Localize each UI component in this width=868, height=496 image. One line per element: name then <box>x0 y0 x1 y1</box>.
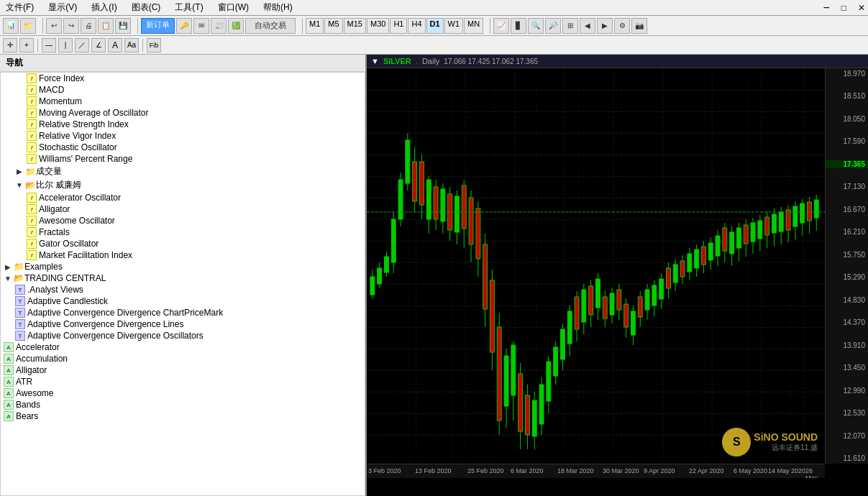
menu-help[interactable]: 帮助(H) <box>260 0 296 15</box>
tree-item-awesome-root[interactable]: A Awesome <box>1 387 365 399</box>
tree-item-market-fac[interactable]: f Market Facilitation Index <box>1 249 365 261</box>
fib-button[interactable]: Fib <box>147 38 161 52</box>
svg-rect-149 <box>793 206 798 226</box>
text-button[interactable]: A <box>108 38 122 52</box>
tree-item-label: MACD <box>39 85 64 95</box>
scroll-left-button[interactable]: ◀ <box>580 18 595 34</box>
hline-button[interactable]: — <box>42 38 56 52</box>
crosshair-button[interactable]: + <box>19 38 34 52</box>
news-button[interactable]: 📰 <box>211 18 227 34</box>
redo-button[interactable]: ↪ <box>63 18 79 34</box>
tree-item-adaptive-candlestick[interactable]: T Adaptive Candlestick <box>1 295 365 307</box>
indicator-icon: f <box>27 131 37 141</box>
svg-rect-145 <box>779 212 783 231</box>
tf-h1[interactable]: H1 <box>390 18 407 34</box>
angle-button[interactable]: ∠ <box>91 38 106 52</box>
tree-folder-trading-central[interactable]: ▼ 📂 TRADING CENTRAL <box>1 272 365 284</box>
tree-folder-examples[interactable]: ▶ 📁 Examples <box>1 261 365 272</box>
tree-item-mao[interactable]: f Moving Average of Oscillator <box>1 107 365 119</box>
close-button[interactable]: ✕ <box>858 3 865 13</box>
price-14370: 14.370 <box>826 318 868 326</box>
bar-chart-button[interactable]: ▊ <box>511 18 526 34</box>
menu-tools[interactable]: 工具(T) <box>172 0 206 15</box>
tf-m30[interactable]: M30 <box>367 18 389 34</box>
tree-item-momentum[interactable]: f Momentum <box>1 96 365 107</box>
chart-canvas[interactable]: 18.970 18.510 18.050 17.590 17.365 17.13… <box>367 68 868 478</box>
print-button[interactable]: 🖨 <box>81 18 96 34</box>
time-label-3: 6 Mar 2020 <box>511 467 544 474</box>
indicator-tree[interactable]: f Force Index f MACD f Momentum f Moving… <box>0 72 365 496</box>
email-button[interactable]: ✉ <box>193 18 209 34</box>
minimize-button[interactable]: − <box>823 1 829 14</box>
tree-item-bears-root[interactable]: A Bears <box>1 410 365 422</box>
tree-folder-billwilliams[interactable]: ▼ 📂 比尔 威廉姆 <box>1 178 365 192</box>
root-icon: A <box>4 365 14 375</box>
time-label-2: 25 Feb 2020 <box>467 467 504 474</box>
label-button[interactable]: Aa <box>124 38 139 52</box>
tf-m1[interactable]: M1 <box>306 18 324 34</box>
save-button[interactable]: 💾 <box>115 18 131 34</box>
chart-area[interactable]: ▼ SILVER . Daily 17.066 17.425 17.062 17… <box>367 55 868 496</box>
menu-view[interactable]: 显示(V) <box>45 0 80 15</box>
copy-button[interactable]: 📋 <box>98 18 114 34</box>
trend-button[interactable]: ／ <box>75 38 89 52</box>
scroll-right-button[interactable]: ▶ <box>597 18 613 34</box>
open-button[interactable]: 📁 <box>20 18 36 34</box>
menu-window[interactable]: 窗口(W) <box>215 0 252 15</box>
screenshot-button[interactable]: 📷 <box>631 18 647 34</box>
tree-item-alligator[interactable]: f Alligator <box>1 203 365 215</box>
tree-item-rvi[interactable]: f Relative Vigor Index <box>1 130 365 142</box>
options-button[interactable]: ⚙ <box>614 18 630 34</box>
tree-item-williams[interactable]: f Williams' Percent Range <box>1 153 365 165</box>
expand-icon: ▶ <box>4 262 12 271</box>
tree-item-acd-lines[interactable]: T Adaptive Convergence Divergence Lines <box>1 318 365 330</box>
tf-d1[interactable]: D1 <box>426 18 444 34</box>
svg-rect-109 <box>652 285 657 306</box>
zoom-in-button[interactable]: 🔍 <box>528 18 544 34</box>
line-chart-button[interactable]: 📈 <box>493 18 509 34</box>
tree-item-fractals[interactable]: f Fractals <box>1 226 365 238</box>
market-button[interactable]: 💹 <box>228 18 244 34</box>
tree-folder-volume[interactable]: ▶ 📁 成交量 <box>1 165 365 178</box>
grid-button[interactable]: ⊞ <box>562 18 578 34</box>
indicator-icon: f <box>27 204 37 214</box>
tf-m15[interactable]: M15 <box>344 18 366 34</box>
tree-item-awesome-osc[interactable]: f Awesome Oscillator <box>1 215 365 226</box>
buy-button[interactable]: 🔑 <box>176 18 192 34</box>
tree-item-bands-root[interactable]: A Bands <box>1 399 365 410</box>
tf-mn[interactable]: MN <box>464 18 483 34</box>
tf-h4[interactable]: H4 <box>408 18 425 34</box>
tree-item-stochastic[interactable]: f Stochastic Oscillator <box>1 142 365 153</box>
tree-item-acd-oscillators[interactable]: T Adaptive Convergence Divergence Oscill… <box>1 330 365 341</box>
menu-chart[interactable]: 图表(C) <box>129 0 164 15</box>
zoom-out-button[interactable]: 🔎 <box>545 18 561 34</box>
svg-rect-81 <box>554 347 558 376</box>
cursor-button[interactable]: ✛ <box>3 38 17 52</box>
root-icon: A <box>4 400 14 410</box>
tree-item-atr-root[interactable]: A ATR <box>1 376 365 387</box>
new-order-button[interactable]: 新订单 <box>141 18 175 34</box>
tree-item-label: Adaptive Convergence Divergence Oscillat… <box>27 331 204 341</box>
vline-button[interactable]: | <box>58 38 73 52</box>
tree-item-macd[interactable]: f MACD <box>1 84 365 96</box>
tree-item-alligator-root[interactable]: A Alligator <box>1 364 365 376</box>
menu-insert[interactable]: 插入(I) <box>88 0 119 15</box>
tree-item-acd-chartpricemark[interactable]: T Adaptive Convergence Divergence ChartP… <box>1 307 365 318</box>
menu-file[interactable]: 文件(F) <box>3 0 37 15</box>
price-12070: 12.070 <box>826 432 868 440</box>
tree-item-accelerator-root[interactable]: A Accelerator <box>1 341 365 353</box>
price-axis: 18.970 18.510 18.050 17.590 17.365 17.13… <box>825 68 868 464</box>
auto-trade-btn[interactable]: 自动交易 <box>245 18 296 34</box>
tree-item-analyst-views[interactable]: T .Analyst Views <box>1 284 365 295</box>
tf-m5[interactable]: M5 <box>324 18 342 34</box>
tree-item-acc-osc[interactable]: f Accelerator Oscillator <box>1 192 365 203</box>
svg-rect-111 <box>659 279 664 299</box>
tree-item-force-index[interactable]: f Force Index <box>1 73 365 84</box>
tree-item-accumulation-root[interactable]: A Accumulation <box>1 353 365 364</box>
tree-item-gator[interactable]: f Gator Oscillator <box>1 238 365 249</box>
new-chart-button[interactable]: 📊 <box>3 18 19 34</box>
undo-button[interactable]: ↩ <box>46 18 62 34</box>
tf-w1[interactable]: W1 <box>444 18 464 34</box>
restore-button[interactable]: □ <box>841 3 846 13</box>
tree-item-rsi[interactable]: f Relative Strength Index <box>1 119 365 130</box>
